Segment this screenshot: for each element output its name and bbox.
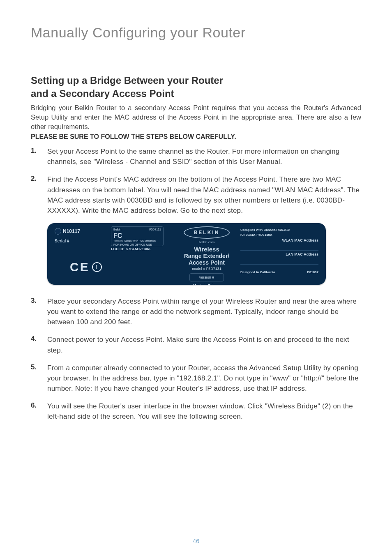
- section-heading: Setting up a Bridge Between your Router …: [31, 74, 361, 101]
- p-number: P81807: [307, 270, 318, 274]
- alert-circle-icon: !: [92, 262, 102, 272]
- belkin-url: belkin.com: [170, 240, 244, 244]
- step-item: 5. From a computer already connected to …: [31, 363, 361, 394]
- steps-bottom-list: 3. Place your secondary Access Point wit…: [31, 296, 361, 422]
- ce-mark: CE !: [70, 260, 102, 274]
- fcc-home-office: FOR HOME OR OFFICE USE: [113, 243, 161, 247]
- step-number: 5.: [31, 363, 47, 394]
- belkin-logo: BELKIN: [184, 226, 230, 239]
- designed-in-text: Designed in California: [240, 270, 275, 274]
- wlan-mac-label: WLAN MAC Address: [240, 238, 318, 242]
- step-item: 3. Place your secondary Access Point wit…: [31, 296, 361, 327]
- ic-number: IC: 3623A-F5D7130A: [240, 233, 318, 237]
- n-logo-icon: [55, 228, 61, 235]
- label-left-column: N10117 Serial #: [55, 228, 100, 243]
- step-text: Find the Access Point's MAC address on t…: [47, 174, 361, 216]
- wlan-mac-box: [240, 242, 318, 251]
- model-number: model # F5D7131: [170, 267, 244, 271]
- fcc-box: Belkin F5D7131 FC Tested to Comply With …: [111, 226, 164, 246]
- version-box: version #: [189, 273, 224, 281]
- step-item: 2. Find the Access Point's MAC address o…: [31, 174, 361, 216]
- section-intro: Bridging your Belkin Router to a seconda…: [31, 103, 361, 131]
- step-text: Connect power to your Access Point. Make…: [47, 334, 361, 355]
- step-text: Place your secondary Access Point within…: [47, 296, 361, 327]
- section-title-line1: Setting up a Bridge Between your Router: [31, 75, 223, 86]
- steps-top-list: 1. Set your Access Point to the same cha…: [31, 146, 361, 216]
- made-in-text: Made in Taiwan: [170, 283, 244, 285]
- step-number: 2.: [31, 174, 47, 216]
- access-point-text: Access Point: [170, 259, 244, 266]
- wireless-title: Wireless: [170, 246, 244, 253]
- section-title-line2: and a Secondary Access Point: [31, 88, 174, 99]
- label-right-column: Complies with Canada RSS-210 IC: 3623A-F…: [240, 228, 318, 274]
- range-extender-text: Range Extender/: [170, 253, 244, 259]
- canada-compliance: Complies with Canada RSS-210: [240, 228, 318, 232]
- step-number: 6.: [31, 401, 47, 422]
- ce-text: CE: [70, 260, 90, 274]
- step-number: 1.: [31, 146, 47, 167]
- page-header-title: Manually Configuring your Router: [31, 25, 361, 45]
- fcc-belkin: Belkin: [113, 228, 121, 231]
- product-label-figure: N10117 Serial # CE ! Belkin F5D7131 FC T…: [47, 223, 326, 285]
- n-mark: N10117: [55, 228, 100, 235]
- serial-label: Serial #: [55, 239, 100, 243]
- fcc-tested-text: Tested to Comply With FCC Standards: [113, 240, 156, 242]
- label-center-column: BELKIN belkin.com Wireless Range Extende…: [170, 226, 244, 285]
- n-mark-text: N10117: [63, 228, 80, 234]
- step-item: 6. You will see the Router's user interf…: [31, 401, 361, 422]
- step-text: You will see the Router's user interface…: [47, 401, 361, 422]
- step-item: 1. Set your Access Point to the same cha…: [31, 146, 361, 167]
- page-number: 46: [0, 537, 392, 544]
- fcc-id: FCC ID: K7SF5D7130A: [111, 247, 151, 251]
- step-number: 3.: [31, 296, 47, 327]
- section-emphasis: PLEASE BE SURE TO FOLLOW THE STEPS BELOW…: [31, 133, 361, 141]
- step-item: 4. Connect power to your Access Point. M…: [31, 334, 361, 355]
- fcc-model: F5D7131: [149, 228, 161, 231]
- lan-mac-box: [240, 256, 318, 265]
- step-text: Set your Access Point to the same channe…: [47, 146, 361, 167]
- step-text: From a computer already connected to you…: [47, 363, 361, 394]
- lan-mac-label: LAN MAC Address: [240, 252, 318, 256]
- fc-logo-icon: FC: [113, 232, 122, 240]
- step-number: 4.: [31, 334, 47, 355]
